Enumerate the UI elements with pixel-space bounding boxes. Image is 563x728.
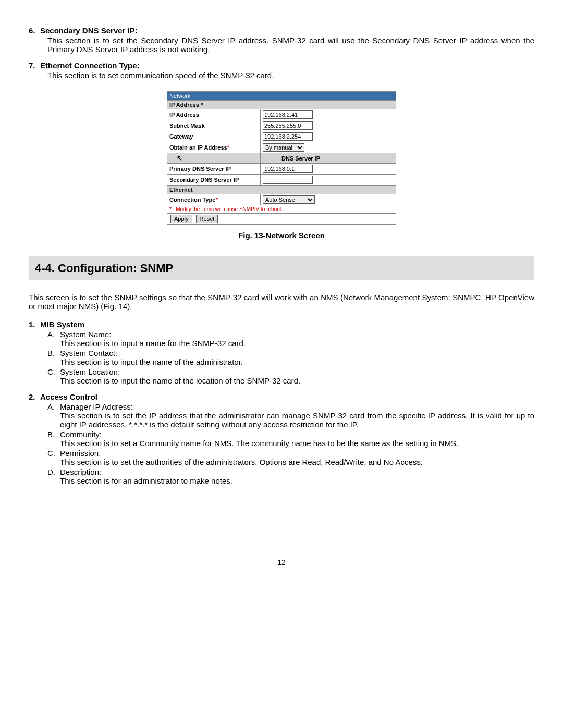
figure-caption: Fig. 13-Network Screen [29, 231, 534, 240]
item-body: This section is to set communication spe… [47, 71, 534, 80]
item-number: 2. [29, 392, 40, 401]
item-body: This section is to set the Secondary DNS… [47, 36, 534, 54]
list-item-7: 7.Ethernet Connection Type: This section… [29, 61, 534, 80]
label-primary-dns: Primary DNS Server IP [167, 164, 261, 175]
item-number: 1. [29, 320, 40, 329]
input-ip-address[interactable] [263, 110, 313, 119]
list-item-6: 6.Secondary DNS Server IP: This section … [29, 26, 534, 54]
item-title: Access Control [40, 392, 97, 401]
cursor-icon: ↖ [177, 154, 182, 162]
section-ethernet: Ethernet [167, 186, 396, 194]
input-gateway[interactable] [263, 132, 313, 141]
label-connection-type: Connection Type* [167, 194, 261, 205]
item-title: MIB System [40, 320, 84, 329]
input-subnet-mask[interactable] [263, 121, 313, 130]
input-secondary-dns[interactable] [263, 176, 313, 184]
network-config-table: Network IP Address * IP Address Subnet M… [167, 91, 396, 225]
item-title: Ethernet Connection Type: [40, 61, 140, 70]
label-secondary-dns: Secondary DNS Server IP [167, 175, 261, 186]
label-gateway: Gateway [167, 131, 261, 142]
snmp-intro-paragraph: This screen is to set the SNMP settings … [29, 293, 534, 311]
item-number: 6. [29, 26, 40, 35]
apply-button[interactable]: Apply [170, 215, 192, 223]
page-number: 12 [29, 558, 534, 566]
input-primary-dns[interactable] [263, 165, 313, 173]
item-title: Secondary DNS Server IP: [40, 26, 138, 35]
label-subnet-mask: Subnet Mask [167, 120, 261, 131]
numbered-list-top: 6.Secondary DNS Server IP: This section … [29, 26, 534, 80]
section-ip-address: IP Address * [167, 101, 396, 109]
figure-network-screen: Network IP Address * IP Address Subnet M… [29, 91, 534, 240]
section-heading-snmp: 4-4. Configuration: SNMP [29, 256, 534, 280]
select-obtain-ip[interactable]: By manual [263, 143, 304, 152]
label-ip-address: IP Address [167, 109, 261, 120]
table-title: Network [167, 92, 396, 101]
button-row: Apply Reset [167, 214, 396, 225]
item-number: 7. [29, 61, 40, 70]
reboot-warning: * : Modify the items will cause SNMPIV t… [167, 205, 396, 214]
list-item-access-control: 2.Access Control A.Manager IP Address: T… [29, 392, 534, 485]
section-dns: DNS Server IP [261, 153, 396, 164]
label-obtain-ip: Obtain an IP Address* [167, 142, 261, 153]
select-connection-type[interactable]: Auto Sense [263, 195, 315, 204]
reset-button[interactable]: Reset [196, 215, 218, 223]
list-item-mib-system: 1.MIB System A.System Name: This section… [29, 320, 534, 385]
cursor-cell: ↖ [167, 153, 261, 164]
numbered-list-snmp: 1.MIB System A.System Name: This section… [29, 320, 534, 485]
